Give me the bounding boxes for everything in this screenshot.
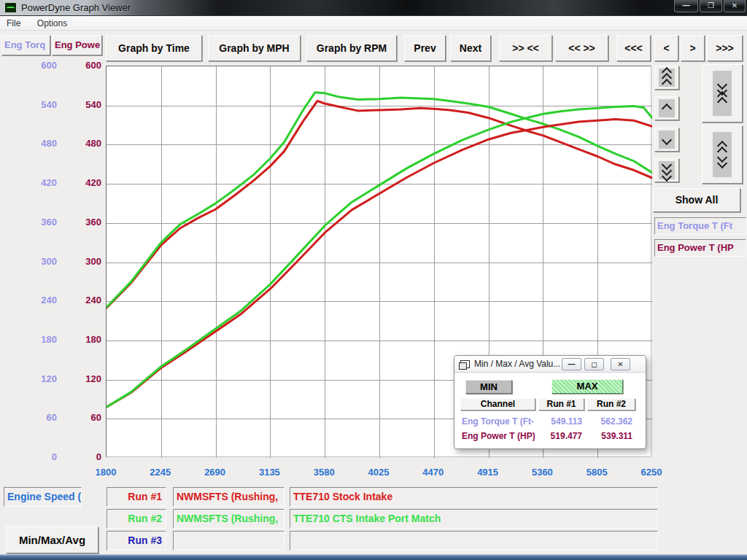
y-tick-torque: 360 <box>22 217 57 228</box>
show-all-button[interactable]: Show All <box>653 188 740 212</box>
run-2-source-field[interactable]: NWMSFTS (Rushing, <box>173 509 285 529</box>
minmax-cell: 519.477 <box>538 430 582 442</box>
x-axis-channel-label[interactable]: Engine Speed (RI <box>4 487 82 507</box>
range-contract-icon <box>713 71 732 116</box>
menu-bar: File Options <box>0 16 747 31</box>
toolbar-button-[interactable]: >>> <box>707 35 743 61</box>
y-tick-torque: 120 <box>22 373 57 385</box>
x-tick-label: 5360 <box>519 467 565 478</box>
run-label-1[interactable]: Run #1 <box>107 487 166 507</box>
toolbar-button-[interactable]: <<< <box>616 35 651 61</box>
y-tick-power: 360 <box>66 217 101 228</box>
y-tick-power: 60 <box>66 412 101 424</box>
minmax-cell: Eng Power T (HP) <box>462 430 538 442</box>
scroll-up-button[interactable] <box>654 96 679 120</box>
run-1-source-field[interactable]: NWMSFTS (Rushing, <box>173 487 285 507</box>
minmax-title-bar[interactable]: Min / Max / Avg Valu... — ◻ ✕ <box>454 356 646 373</box>
channel-label-power[interactable]: Eng Power T (HP <box>654 239 746 257</box>
x-tick-label: 4470 <box>410 467 457 478</box>
y-tick-torque: 180 <box>22 334 57 346</box>
x-tick-label: 1800 <box>82 467 129 478</box>
run-label-3[interactable]: Run #3 <box>107 531 166 551</box>
close-button[interactable]: ✕ <box>724 0 746 12</box>
y-axis-button-power[interactable]: Eng Powe <box>52 35 102 55</box>
min-toggle-button[interactable]: MIN <box>465 380 512 394</box>
y-tick-power: 180 <box>66 334 101 346</box>
minmax-minimize-button[interactable]: — <box>562 358 581 370</box>
column-header-channel[interactable]: Channel <box>460 398 535 411</box>
toolbar-button-graph-by-rpm[interactable]: Graph by RPM <box>306 35 397 61</box>
toolbar-button-prev[interactable]: Prev <box>404 35 446 61</box>
x-tick-label: 6250 <box>628 467 675 478</box>
toolbar-button-[interactable]: > <box>681 35 705 61</box>
max-toggle-button[interactable]: MAX <box>551 379 623 394</box>
run-2-description-field[interactable]: TTE710 CTS Intake Port Match <box>290 509 658 529</box>
y-tick-power: 540 <box>66 99 101 111</box>
scroll-down-button[interactable] <box>654 128 679 152</box>
menu-options[interactable]: Options <box>31 17 74 30</box>
run-label-2[interactable]: Run #2 <box>107 509 166 529</box>
column-header-run2[interactable]: Run #2 <box>587 398 635 411</box>
channel-label-torque[interactable]: Eng Torque T (Ft <box>654 217 746 235</box>
window-bottom-border <box>0 554 747 560</box>
x-tick-label: 4915 <box>465 467 511 478</box>
y-tick-power: 120 <box>66 373 101 385</box>
y-tick-torque: 240 <box>22 295 57 306</box>
minmax-avg-button[interactable]: Min/Max/Avg <box>6 526 98 553</box>
y-tick-torque: 540 <box>22 99 57 111</box>
scroll-up-icon <box>659 99 675 117</box>
run-3-description-field[interactable] <box>290 531 658 551</box>
menu-file[interactable]: File <box>0 17 27 30</box>
minmax-window-title: Min / Max / Avg Valu... <box>474 359 560 369</box>
y-tick-power: 240 <box>66 295 101 306</box>
y-tick-torque: 420 <box>22 177 57 189</box>
range-expand-button[interactable] <box>702 125 743 184</box>
x-tick-label: 3580 <box>301 467 347 478</box>
toolbar-button-[interactable]: < <box>654 35 678 61</box>
column-header-run1[interactable]: Run #1 <box>538 398 584 411</box>
minmax-maximize-button[interactable]: ◻ <box>584 358 604 370</box>
window-title: PowerDyne Graph Viewer <box>21 2 131 13</box>
toolbar-button-[interactable]: >> << <box>499 35 552 61</box>
run-3-source-field[interactable] <box>173 531 285 551</box>
minmax-window[interactable]: Min / Max / Avg Valu... — ◻ ✕ MIN MAX Ch… <box>454 355 646 449</box>
range-expand-icon <box>713 132 732 177</box>
toolbar-button-[interactable]: << >> <box>555 35 608 61</box>
y-tick-power: 0 <box>66 451 101 463</box>
minmax-close-button[interactable]: ✕ <box>611 358 630 370</box>
y-tick-torque: 300 <box>22 256 57 268</box>
y-tick-power: 600 <box>66 60 101 71</box>
y-tick-power: 480 <box>66 138 101 149</box>
minmax-cell: Eng Torque T (Ft- <box>462 416 538 427</box>
maximize-button[interactable]: ❐ <box>700 0 722 12</box>
y-tick-power: 420 <box>66 177 101 189</box>
y-tick-torque: 60 <box>22 412 57 424</box>
scroll-down-icon <box>659 131 675 149</box>
chevron-down-icon <box>662 134 672 144</box>
x-tick-label: 3135 <box>246 467 293 478</box>
minmax-cell: 549.113 <box>538 416 582 427</box>
toolbar-button-graph-by-mph[interactable]: Graph by MPH <box>208 35 301 61</box>
x-tick-label: 5805 <box>573 467 620 478</box>
app-icon <box>4 2 17 13</box>
y-axis-button-torque[interactable]: Eng Torq <box>1 35 50 55</box>
y-tick-power: 300 <box>66 256 101 268</box>
title-bar[interactable]: PowerDyne Graph Viewer — ❐ ✕ <box>0 0 747 16</box>
y-tick-torque: 0 <box>22 451 57 463</box>
y-tick-torque: 480 <box>22 138 57 149</box>
run-1-description-field[interactable]: TTE710 Stock Intake <box>290 487 658 507</box>
toolbar-button-next[interactable]: Next <box>450 35 491 61</box>
minmax-window-icon <box>460 360 470 368</box>
scroll-up-fast-icon <box>659 69 675 87</box>
x-tick-label: 2245 <box>137 467 184 478</box>
range-contract-button[interactable] <box>702 64 743 122</box>
minmax-cell: 539.311 <box>587 430 632 442</box>
minimize-button[interactable]: — <box>674 0 698 12</box>
scroll-up-fast-button[interactable] <box>654 66 679 90</box>
x-tick-label: 2690 <box>192 467 239 478</box>
minmax-cell: 562.362 <box>587 416 632 427</box>
chevron-up-icon <box>662 103 672 113</box>
scroll-down-fast-button[interactable] <box>654 158 679 182</box>
toolbar-button-graph-by-time[interactable]: Graph by Time <box>106 35 202 61</box>
scroll-down-fast-icon <box>659 161 675 179</box>
